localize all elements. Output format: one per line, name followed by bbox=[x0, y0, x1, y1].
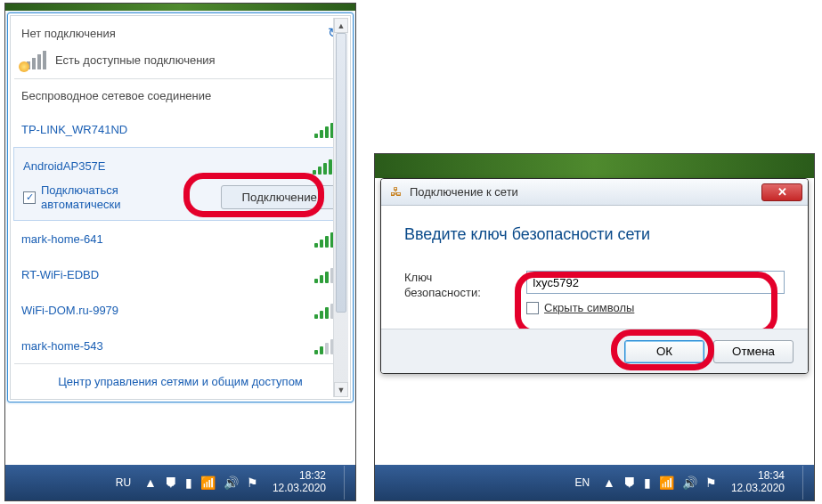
show-desktop[interactable] bbox=[802, 466, 810, 500]
key-label: Ключ безопасности: bbox=[404, 271, 507, 301]
adapter-label: Беспроводное сетевое соединение bbox=[21, 89, 211, 102]
network-list: TP-LINK_WR741ND AndroidAP357E ✓ Подключа… bbox=[11, 111, 350, 363]
no-connection-label: Нет подключения bbox=[21, 27, 116, 40]
network-item[interactable]: mark-home-543 bbox=[11, 328, 350, 363]
network-name: RT-WiFi-EDBD bbox=[21, 268, 99, 281]
scroll-up-icon[interactable]: ▲ bbox=[334, 18, 348, 33]
wifi-flyout-inner: Нет подключения ↻ Есть доступные подключ… bbox=[10, 15, 351, 400]
auto-connect-checkbox[interactable]: ✓ bbox=[23, 191, 36, 204]
network-icon[interactable]: 📶 bbox=[659, 476, 674, 490]
adapter-row[interactable]: Беспроводное сетевое соединение ˄ bbox=[11, 79, 350, 111]
network-flyout-panel: Нет подключения ↻ Есть доступные подключ… bbox=[4, 3, 356, 501]
network-item[interactable]: mark-home-641 bbox=[11, 221, 350, 256]
dialog-body: Введите ключ безопасности сети Ключ безо… bbox=[381, 206, 808, 329]
network-item[interactable]: TP-LINK_WR741ND bbox=[11, 111, 350, 147]
battery-icon[interactable]: ▮ bbox=[185, 476, 192, 490]
tray-icon[interactable]: ▲ bbox=[144, 476, 157, 490]
clock-time: 18:32 bbox=[273, 470, 326, 483]
clock-date: 12.03.2020 bbox=[731, 483, 785, 495]
wifi-flyout: Нет подключения ↻ Есть доступные подключ… bbox=[7, 12, 354, 402]
show-desktop[interactable] bbox=[344, 466, 352, 500]
volume-icon[interactable]: 🔊 bbox=[682, 476, 697, 490]
no-connection-row: Нет подключения ↻ bbox=[11, 16, 350, 50]
scrollbar[interactable]: ▲ ▼ bbox=[333, 18, 348, 397]
dialog-icon: 🖧 bbox=[388, 185, 403, 199]
taskbar-left: RU ▲ ⛊ ▮ 📶 🔊 ⚑ 18:32 12.03.2020 bbox=[5, 465, 355, 500]
hide-symbols-label: Скрыть символы bbox=[544, 301, 634, 314]
language-indicator[interactable]: RU bbox=[111, 475, 135, 491]
battery-icon[interactable]: ▮ bbox=[644, 476, 651, 490]
connect-dialog: 🖧 Подключение к сети ✕ Введите ключ безо… bbox=[380, 178, 809, 374]
auto-connect-row[interactable]: ✓ Подключаться автоматически bbox=[23, 183, 120, 211]
network-item[interactable]: WiFi-DOM.ru-9979 bbox=[11, 292, 350, 328]
network-name: AndroidAP357E bbox=[23, 159, 106, 173]
key-row: Ключ безопасности: Скрыть символы bbox=[404, 271, 785, 314]
available-row: Есть доступные подключения bbox=[11, 50, 350, 78]
shield-icon[interactable]: ⛊ bbox=[623, 476, 636, 490]
desktop-strip bbox=[375, 154, 814, 178]
clock-date: 12.03.2020 bbox=[273, 483, 326, 495]
language-indicator[interactable]: EN bbox=[570, 475, 594, 491]
network-name: mark-home-641 bbox=[21, 232, 103, 246]
volume-icon[interactable]: 🔊 bbox=[224, 476, 239, 490]
systray: ▲ ⛊ ▮ 📶 🔊 ⚑ bbox=[144, 476, 258, 490]
close-icon[interactable]: ✕ bbox=[761, 183, 802, 201]
connect-button[interactable]: Подключение bbox=[221, 185, 338, 209]
connect-dialog-panel: 🖧 Подключение к сети ✕ Введите ключ безо… bbox=[374, 153, 815, 501]
clock[interactable]: 18:34 12.03.2020 bbox=[726, 470, 790, 495]
dialog-heading: Введите ключ безопасности сети bbox=[404, 225, 785, 244]
network-icon[interactable]: 📶 bbox=[200, 476, 216, 490]
flag-icon[interactable]: ⚑ bbox=[247, 476, 258, 490]
cancel-button[interactable]: Отмена bbox=[713, 340, 794, 363]
network-name: mark-home-543 bbox=[21, 339, 103, 353]
network-item-selected[interactable]: AndroidAP357E ✓ Подключаться автоматичес… bbox=[13, 147, 347, 221]
tray-icon[interactable]: ▲ bbox=[603, 476, 615, 490]
flag-icon[interactable]: ⚑ bbox=[705, 476, 717, 490]
signal-status-icon bbox=[21, 50, 46, 69]
network-name: WiFi-DOM.ru-9979 bbox=[21, 304, 118, 317]
network-name: TP-LINK_WR741ND bbox=[21, 123, 127, 136]
systray: ▲ ⛊ ▮ 📶 🔊 ⚑ bbox=[603, 476, 717, 490]
taskbar-right: EN ▲ ⛊ ▮ 📶 🔊 ⚑ 18:34 12.03.2020 bbox=[375, 465, 814, 500]
shield-icon[interactable]: ⛊ bbox=[165, 476, 177, 490]
security-key-input[interactable] bbox=[526, 271, 785, 294]
dialog-buttons: ОК Отмена bbox=[381, 329, 808, 373]
ok-button[interactable]: ОК bbox=[624, 340, 704, 363]
scroll-thumb[interactable] bbox=[336, 33, 346, 313]
auto-connect-label: Подключаться автоматически bbox=[41, 183, 120, 211]
clock-time: 18:34 bbox=[731, 470, 785, 483]
hide-checkbox[interactable] bbox=[526, 302, 539, 314]
available-label: Есть доступные подключения bbox=[55, 53, 216, 67]
clock[interactable]: 18:32 12.03.2020 bbox=[267, 470, 331, 495]
scroll-down-icon[interactable]: ▼ bbox=[334, 382, 348, 397]
network-item[interactable]: RT-WiFi-EDBD bbox=[11, 256, 350, 292]
dialog-titlebar[interactable]: 🖧 Подключение к сети ✕ bbox=[381, 179, 808, 206]
network-center-link[interactable]: Центр управления сетями и общим доступом bbox=[11, 364, 350, 399]
desktop-strip bbox=[5, 4, 355, 11]
hide-symbols-row[interactable]: Скрыть символы bbox=[526, 301, 785, 314]
dialog-title: Подключение к сети bbox=[410, 185, 518, 199]
